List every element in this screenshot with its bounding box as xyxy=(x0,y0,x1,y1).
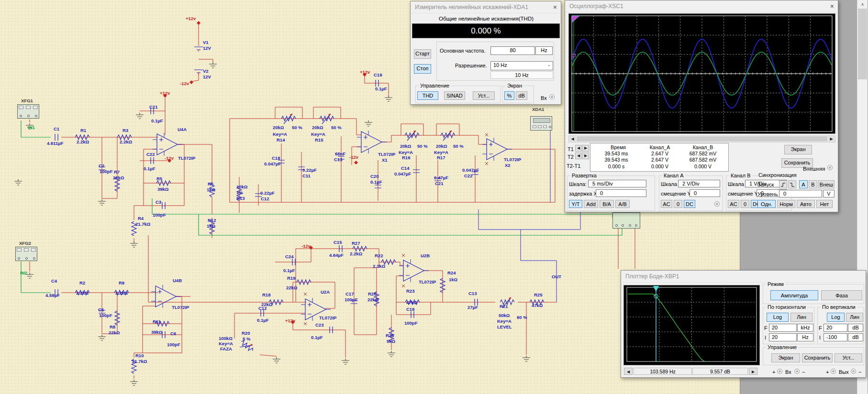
component-label: TL072IP xyxy=(504,157,521,162)
component-label: U2B xyxy=(421,253,430,258)
settings-button[interactable]: Уст... xyxy=(473,91,495,100)
timebase-scale-input[interactable]: 5 ms/Div xyxy=(588,180,646,187)
v-i-input[interactable]: -100 xyxy=(823,333,847,341)
stop-button[interactable]: Стоп xyxy=(414,64,431,74)
function-generator-xfg1[interactable] xyxy=(17,104,39,119)
v-f-input[interactable]: 20 xyxy=(823,324,847,332)
resolution-select[interactable]: 10 Hz ⌄ xyxy=(490,61,553,70)
input-radio[interactable] xyxy=(549,94,555,99)
scroll-left-icon[interactable]: ◀ xyxy=(569,136,576,142)
t1-left-arrow[interactable]: ◀ xyxy=(575,145,582,152)
bode-cursor-right[interactable]: ▶ xyxy=(749,368,757,375)
cha-ypos-input[interactable]: 0 xyxy=(690,189,720,197)
component-label: R22 xyxy=(375,253,383,258)
thd-mode-button[interactable]: THD xyxy=(417,91,438,100)
cha-0-button[interactable]: 0 xyxy=(674,200,682,208)
bode-screen-button[interactable]: Экран xyxy=(771,353,800,362)
chb-ac-button[interactable]: AC xyxy=(728,200,739,208)
trigger-auto-button[interactable]: Авто xyxy=(797,200,815,208)
sinad-mode-button[interactable]: SINAD xyxy=(444,91,465,100)
cha-scale-input[interactable]: 2 V/Div xyxy=(678,180,720,187)
out-plus-radio[interactable] xyxy=(831,369,836,374)
mode-ab-button[interactable]: A/B xyxy=(615,200,630,208)
close-icon[interactable]: × xyxy=(830,2,834,10)
bode-probe-block[interactable] xyxy=(612,212,640,229)
scrollbar-thumb[interactable] xyxy=(858,9,867,79)
magnitude-button[interactable]: Амплитуда xyxy=(770,290,818,300)
t2-left-arrow[interactable]: ◀ xyxy=(575,153,582,159)
distortion-analyzer-icon-xda1[interactable] xyxy=(530,116,552,131)
db-button[interactable]: dB xyxy=(516,91,527,100)
timebase-xpos-input[interactable]: 0 xyxy=(596,189,646,197)
chb-0-button[interactable]: 0 xyxy=(741,200,749,208)
out-minus-radio[interactable] xyxy=(851,369,856,374)
h-f-input[interactable]: 20 xyxy=(769,324,797,332)
screen-reverse-button[interactable]: Экран xyxy=(784,145,812,154)
component-label: 5kΩ xyxy=(387,339,395,344)
trigger-level-label: Уровень xyxy=(757,191,778,197)
scroll-thumb[interactable] xyxy=(577,136,827,142)
phase-button[interactable]: Фаза xyxy=(821,290,862,300)
component-label: 21.7kΩ xyxy=(135,222,150,227)
trigger-edge-label: Запуск xyxy=(757,182,774,187)
scroll-right-icon[interactable]: ▶ xyxy=(828,136,835,142)
component-label: 100pF xyxy=(167,342,180,347)
component-label: R13 xyxy=(236,196,245,201)
bode-titlebar[interactable]: Плоттер Боде-XBP1 xyxy=(621,271,866,283)
oscilloscope-titlebar[interactable]: Осциллограф-XSC1 × xyxy=(565,0,838,12)
component-label: R5 xyxy=(156,176,162,181)
t2-right-arrow[interactable]: ▶ xyxy=(582,153,589,159)
mode-yt-button[interactable]: Y/T xyxy=(569,200,582,208)
falling-edge-button[interactable] xyxy=(788,180,796,188)
component-label: R7 xyxy=(114,170,120,175)
component-label: C14 xyxy=(401,166,409,171)
cha-dc-button[interactable]: DC xyxy=(684,200,695,208)
trigger-level-input[interactable]: 0 xyxy=(779,190,822,197)
bode-save-button[interactable]: Сохранить xyxy=(802,353,833,362)
component-label: R4 xyxy=(138,216,144,221)
trigger-normal-button[interactable]: Норм xyxy=(777,200,795,208)
h-i-input[interactable]: 20 xyxy=(769,333,797,341)
trigger-a-button[interactable]: A xyxy=(799,180,808,188)
percent-button[interactable]: % xyxy=(504,91,514,100)
function-generator-xfg2[interactable] xyxy=(15,247,37,261)
component-label: R14 xyxy=(277,138,285,142)
close-icon[interactable]: × xyxy=(553,3,557,11)
fundamental-input[interactable]: 80 xyxy=(490,46,535,55)
v-log-button[interactable]: Log xyxy=(827,313,845,322)
bode-settings-button[interactable]: Уст... xyxy=(835,353,862,362)
component-label: R9 xyxy=(119,281,124,285)
t1-right-arrow[interactable]: ▶ xyxy=(582,145,589,152)
scroll-up-icon[interactable]: ∧ xyxy=(857,0,868,9)
cha-ac-button[interactable]: AC xyxy=(661,200,672,208)
rising-edge-button[interactable] xyxy=(779,180,787,188)
in-minus-radio[interactable] xyxy=(794,369,800,374)
component-label: C13 xyxy=(334,157,342,162)
component-label: 2.2kΩ xyxy=(120,140,132,144)
start-button[interactable]: Старт xyxy=(414,49,431,59)
cha-radio[interactable] xyxy=(714,201,720,207)
fundamental-label: Основная частота. xyxy=(440,48,486,54)
chevron-down-icon[interactable]: ⌄ xyxy=(547,62,551,67)
component-label: 4.64µF xyxy=(329,253,344,258)
mode-add-button[interactable]: Add xyxy=(584,200,598,208)
trigger-single-button[interactable]: Одн. xyxy=(757,200,776,208)
diff-a: 0.000 V xyxy=(640,164,680,169)
falling-edge-icon xyxy=(790,183,795,187)
trigger-b-button[interactable]: B xyxy=(809,180,817,188)
component-label: V1 xyxy=(203,40,209,45)
component-label: C21 xyxy=(149,105,157,109)
bode-cursor-left[interactable]: ◀ xyxy=(624,368,633,375)
analyzer-titlebar[interactable]: Измеритель нелинейных искажений-XDA1 × xyxy=(411,1,561,13)
mode-ba-button[interactable]: B/A xyxy=(600,200,614,208)
trigger-none-button[interactable]: Нет xyxy=(816,200,833,208)
trigger-ext-button[interactable]: Внеш xyxy=(818,180,835,188)
h-lin-button[interactable]: Лин xyxy=(790,313,812,322)
v-lin-button[interactable]: Лин xyxy=(846,313,863,322)
oscilloscope-title: Осциллограф-XSC1 xyxy=(569,3,623,10)
external-trigger-radio[interactable] xyxy=(827,165,833,170)
chb-scale-label: Шкала xyxy=(728,181,744,187)
scope-scrollbar[interactable]: ◀ ▶ xyxy=(568,135,835,142)
in-plus-radio[interactable] xyxy=(777,369,782,374)
h-log-button[interactable]: Log xyxy=(767,313,789,322)
